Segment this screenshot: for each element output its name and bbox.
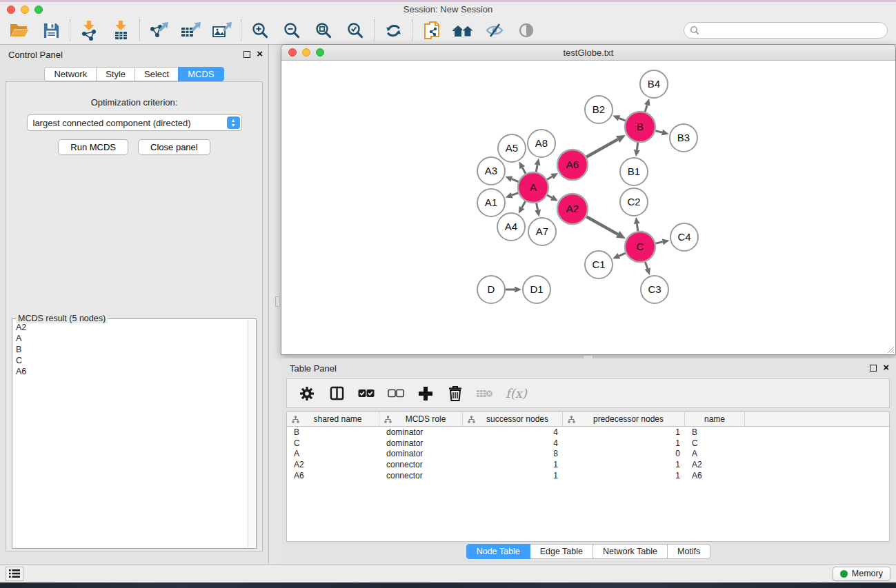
import-network-icon[interactable] [78, 19, 100, 41]
float-table-panel-icon[interactable] [870, 365, 877, 372]
network-minimize-icon[interactable] [302, 48, 310, 57]
zoom-fit-icon[interactable] [312, 19, 335, 41]
graph-edge-A-A4[interactable] [519, 201, 526, 214]
graph-node-C[interactable]: C [625, 232, 655, 262]
save-session-icon[interactable] [40, 19, 62, 41]
tab-network-table[interactable]: Network Table [593, 544, 668, 559]
graph-node-A1[interactable]: A1 [477, 189, 505, 216]
show-columns-icon[interactable] [328, 383, 346, 404]
result-item[interactable]: C [16, 355, 246, 366]
search-input[interactable] [699, 26, 882, 36]
column-header-predecessor-nodes[interactable]: predecessor nodes [563, 412, 685, 426]
tab-motifs[interactable]: Motifs [667, 544, 710, 559]
zoom-in-icon[interactable] [249, 19, 271, 41]
column-header-shared-name[interactable]: shared name [287, 412, 379, 426]
graph-node-A8[interactable]: A8 [528, 130, 555, 157]
graph-edge-B-B2[interactable] [613, 115, 626, 121]
graph-node-C3[interactable]: C3 [641, 276, 668, 303]
open-session-icon[interactable] [8, 19, 30, 41]
graph-node-D1[interactable]: D1 [523, 276, 550, 303]
graph-edge-A-A7[interactable] [535, 203, 541, 217]
graph-edge-A-A3[interactable] [506, 176, 519, 182]
graph-edge-A-A5[interactable] [519, 161, 526, 174]
hide-selected-icon[interactable] [484, 19, 506, 41]
graph-node-A3[interactable]: A3 [477, 157, 505, 185]
first-neighbors-icon[interactable] [452, 19, 474, 41]
graph-edge-A-A6[interactable] [547, 173, 558, 180]
graph-node-A6[interactable]: A6 [557, 150, 588, 180]
graph-node-B2[interactable]: B2 [585, 96, 613, 123]
network-close-icon[interactable] [288, 48, 297, 57]
graph-node-C1[interactable]: C1 [585, 251, 613, 278]
task-history-icon[interactable] [6, 567, 23, 581]
graph-node-A4[interactable]: A4 [497, 213, 525, 241]
graph-edge-A2-C[interactable] [586, 216, 626, 239]
tab-node-table[interactable]: Node Table [466, 544, 530, 559]
graph-edge-B-B3[interactable] [655, 130, 668, 136]
graph-edge-B-B4[interactable] [644, 99, 650, 112]
table-row[interactable]: A6connector11A6 [287, 470, 889, 481]
column-header-MCDS-role[interactable]: MCDS role [379, 412, 463, 426]
close-panel-button[interactable]: Close panel [138, 139, 210, 155]
graph-node-D[interactable]: D [477, 276, 505, 303]
delete-table-icon[interactable] [476, 383, 494, 404]
resize-grip-icon[interactable] [886, 345, 895, 354]
column-header-name[interactable]: name [685, 412, 745, 426]
graph-edge-C-C1[interactable] [613, 253, 626, 258]
add-row-icon[interactable] [417, 383, 435, 404]
deselect-all-icon[interactable] [387, 383, 405, 404]
zoom-out-icon[interactable] [281, 19, 303, 41]
graph-node-B4[interactable]: B4 [640, 70, 668, 98]
graph-node-A[interactable]: A [518, 172, 548, 203]
settings-gear-icon[interactable] [298, 383, 316, 404]
float-panel-icon[interactable] [243, 51, 250, 58]
delete-rows-icon[interactable] [446, 383, 464, 404]
vertical-splitter-handle[interactable] [275, 296, 280, 307]
close-panel-icon[interactable]: × [257, 48, 263, 60]
graph-edge-B-B1[interactable] [634, 143, 640, 156]
graph-node-C4[interactable]: C4 [670, 223, 698, 251]
graph-node-B1[interactable]: B1 [620, 158, 648, 185]
node-table-header[interactable]: shared nameMCDS rolesuccessor nodesprede… [287, 412, 889, 427]
graph-node-A7[interactable]: A7 [528, 218, 556, 245]
table-row[interactable]: A2connector11A2 [287, 459, 889, 470]
graph-node-C2[interactable]: C2 [620, 188, 648, 216]
graph-edge-D-D1[interactable] [506, 287, 521, 293]
graph-node-B[interactable]: B [625, 112, 655, 142]
tab-select[interactable]: Select [135, 67, 179, 81]
result-item[interactable]: B [16, 344, 246, 355]
table-row[interactable]: Adominator80A [287, 449, 889, 460]
export-network-icon[interactable] [148, 19, 170, 41]
result-item[interactable]: A2 [16, 322, 246, 333]
graph-edge-A-A8[interactable] [535, 159, 541, 172]
export-table-icon[interactable] [179, 19, 201, 41]
tab-edge-table[interactable]: Edge Table [530, 544, 593, 559]
criterion-dropdown[interactable]: largest connected component (directed) ▲… [27, 114, 242, 131]
column-header-successor-nodes[interactable]: successor nodes [463, 412, 563, 426]
graph-edge-C-C3[interactable] [645, 262, 651, 275]
select-all-icon[interactable] [357, 383, 375, 404]
import-table-icon[interactable] [110, 19, 132, 41]
graph-edge-C-C4[interactable] [656, 239, 670, 245]
show-all-icon[interactable] [515, 19, 537, 41]
graph-node-A2[interactable]: A2 [557, 194, 588, 224]
memory-button[interactable]: Memory [833, 567, 890, 581]
function-builder-icon[interactable]: f(x) [506, 383, 527, 404]
close-table-panel-icon[interactable]: × [883, 361, 889, 374]
tab-style[interactable]: Style [96, 67, 135, 81]
search-field[interactable] [684, 22, 888, 39]
graph-edge-A-A2[interactable] [547, 195, 558, 201]
graph-edge-A-A1[interactable] [506, 192, 519, 199]
network-zoom-icon[interactable] [316, 48, 324, 57]
table-row[interactable]: Cdominator41C [287, 438, 889, 449]
result-scrollbar[interactable] [248, 320, 255, 547]
graph-node-B3[interactable]: B3 [670, 124, 697, 152]
network-canvas[interactable]: B4B2BB3A5A8A6A3B1AA1C2A2A4A7C4CC1C3DD1 [281, 61, 895, 354]
result-item[interactable]: A [16, 333, 246, 344]
duplicate-network-icon[interactable] [420, 19, 442, 41]
network-window-titlebar[interactable]: testGlobe.txt [281, 45, 895, 61]
graph-edge-C-C2[interactable] [634, 217, 640, 231]
result-item[interactable]: A6 [16, 366, 246, 377]
export-image-icon[interactable] [211, 19, 233, 41]
run-mcds-button[interactable]: Run MCDS [58, 139, 128, 155]
